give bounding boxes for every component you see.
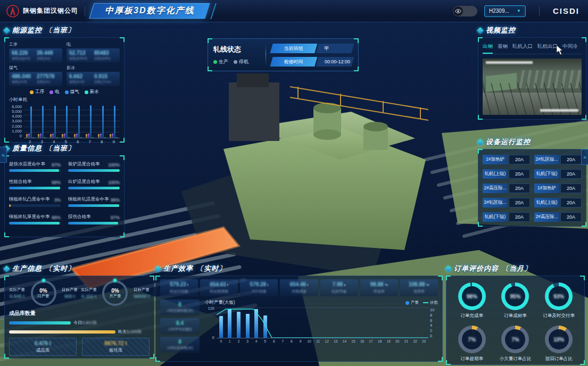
bar-group xyxy=(26,106,34,138)
production-info-body: 实际产量6.845 t0%日产量目标产量900 t实际产量6.162 t0%月产… xyxy=(4,276,154,359)
header-divider xyxy=(539,6,540,16)
device-readings-grid: 1#加热炉20A2#轧区辊...20A轧机(上辊)20A轧机(下辊)20A2#高… xyxy=(483,154,582,222)
gauge-label: 月产量 xyxy=(109,294,121,299)
energy-legend: 工序电煤气新水 xyxy=(9,89,120,95)
camera-feed[interactable] xyxy=(483,59,582,115)
stock-bars: 今日6,801块昨天5,295块 xyxy=(9,320,150,335)
donut-label: 订单超期率 xyxy=(461,356,484,362)
energy-card-name: 煤气 xyxy=(9,65,62,71)
corner-bracket xyxy=(120,232,125,237)
device-reading[interactable]: 2#轧区辊...20A xyxy=(483,198,530,207)
corner-bracket xyxy=(208,38,212,43)
order-donut-cell: 10%驳回订单占比 xyxy=(539,326,579,362)
device-reading[interactable]: 轧机(上辊)20A xyxy=(534,198,582,207)
energy-unit: 总耗(万m³) xyxy=(94,80,117,85)
stock-summary-box: 0.476 t成品库 xyxy=(9,338,77,356)
axis-tick: 4 xyxy=(430,323,438,328)
hourly-chart-right-axis: 1086420 xyxy=(428,307,438,338)
video-tab[interactable]: 装钢 xyxy=(498,43,508,50)
corner-bracket xyxy=(478,115,483,120)
efficiency-stat-cards: 579.23t班次计划量654.61t班次完成量579.28t日计划量654.4… xyxy=(160,279,438,296)
side-stat-value: 8.4 xyxy=(161,320,198,326)
left-panel-collapse-handle[interactable]: « xyxy=(0,147,7,163)
device-reading[interactable]: 轧机(下辊)20A xyxy=(534,169,582,179)
production-gauge-group: 实际产量6.845 t0%日产量目标产量900 t xyxy=(9,280,78,306)
quality-metrics-grid: 超快冷温度命中率97%装炉温度合格率100%性能合格率99%出炉温度合格率100… xyxy=(9,160,120,224)
energy-card: 电52.713单耗(kWh/t)85483总耗(kWh) xyxy=(67,41,120,63)
shift-selector-value: H2309... xyxy=(489,8,509,14)
device-reading[interactable]: 2#轧区辊...20A xyxy=(534,155,582,164)
order-donut-grid: 98%订单完成率95%订单成材率93%订单及时交付率7%订单超期率7%小欠量订单… xyxy=(451,280,580,362)
energy-hourly-chart: 6,0005,0004,0003,0002,0001,0000 23456789 xyxy=(9,104,120,144)
stock-summary-value: 8876.72 t xyxy=(104,340,127,346)
legend-stopped: 停机 xyxy=(234,59,249,65)
order-donut-cell: 7%小欠量订单占比 xyxy=(495,326,536,362)
bar-电 xyxy=(76,134,78,138)
energy-value: 486.040 xyxy=(12,73,35,79)
video-tab[interactable]: 轧机出口 xyxy=(537,43,558,50)
device-reading[interactable]: 1#加热炉20A xyxy=(483,155,530,164)
corner-bracket xyxy=(438,357,443,362)
maintenance-label: 检修时间 xyxy=(284,58,303,65)
stock-bar-value: 6,801块 xyxy=(82,320,97,325)
side-stat-value: 8 xyxy=(161,302,198,307)
corner-bracket xyxy=(478,37,483,42)
bar-工序 xyxy=(50,134,52,138)
corner-bracket xyxy=(478,149,483,154)
stock-section-label: 成品库数量 xyxy=(9,310,150,317)
hourly-line-series xyxy=(217,308,428,338)
donut-percent: 7% xyxy=(468,337,476,343)
right-panel-collapse-handle[interactable]: » xyxy=(581,149,588,165)
device-value: 20A xyxy=(560,198,582,207)
device-reading[interactable]: 1#加热炉20A xyxy=(534,184,582,193)
device-reading[interactable]: 轧机(上辊)20A xyxy=(483,169,530,179)
shift-selector-dropdown[interactable]: H2309... ▼ xyxy=(484,5,526,17)
axis-tick: 13 xyxy=(332,339,341,343)
stat-value: 654.46 xyxy=(290,281,307,287)
line-status-left: 轧线状态 生产 停机 xyxy=(213,45,260,65)
axis-tick: 2,000 xyxy=(12,124,22,129)
panel-title-text: 质量信息 xyxy=(12,144,42,153)
cisdi-logo: CISDI xyxy=(553,6,579,15)
stat-unit: t xyxy=(187,283,188,287)
stock-bar-row: 昨天5,295块 xyxy=(9,329,150,335)
device-reading[interactable]: 2#高压除...20A xyxy=(534,212,582,222)
visibility-toggle[interactable] xyxy=(453,6,477,16)
video-tab[interactable]: 出钢 xyxy=(483,43,493,50)
axis-tick: 0 xyxy=(217,339,226,343)
corner-bracket xyxy=(582,222,586,227)
bar-煤气 xyxy=(102,106,104,138)
shift-value-box: 甲 xyxy=(314,44,354,53)
bar-新水 xyxy=(80,137,82,138)
video-tab[interactable]: 中间冷 xyxy=(562,43,578,50)
hourly-chart-legend: 产量块数 xyxy=(405,300,438,305)
bar-电 xyxy=(64,134,65,138)
panel-title: 视频监控 xyxy=(478,26,586,35)
axis-tick: 2 xyxy=(234,339,243,343)
axis-tick: 9 xyxy=(296,339,305,343)
video-tab[interactable]: 轧机入口 xyxy=(512,43,533,50)
device-reading[interactable]: 2#高压除...20A xyxy=(483,184,530,193)
panel-title: 订单评价内容 〔当月〕 xyxy=(446,264,585,273)
axis-tick: 5 xyxy=(261,339,270,343)
progress-track xyxy=(68,204,120,207)
axis-tick: 3,000 xyxy=(12,119,22,123)
corner-bracket xyxy=(580,360,585,365)
stat-value: 579.28 xyxy=(250,281,267,287)
energy-card-name: 新水 xyxy=(67,65,120,71)
stock-bar-row: 今日6,801块 xyxy=(9,320,150,326)
progress-fill xyxy=(9,222,60,224)
gray-dot-icon xyxy=(234,60,237,64)
corner-bracket xyxy=(120,155,125,160)
legend-label: 工序 xyxy=(35,89,44,95)
progress-track xyxy=(9,204,61,207)
device-reading[interactable]: 轧机(下辊)20A xyxy=(483,212,530,222)
energy-value: 39.449 xyxy=(37,50,60,56)
device-value: 20A xyxy=(509,155,530,164)
axis-tick: 6 xyxy=(269,339,278,343)
stat-value: 579.23 xyxy=(170,281,186,287)
energy-chart-y-axis: 6,0005,0004,0003,0002,0001,0000 xyxy=(9,104,24,138)
efficiency-stat-card: 108.88%负荷率 xyxy=(400,279,438,296)
progress-fill xyxy=(68,204,119,207)
stat-value: 7.98 xyxy=(333,281,343,287)
